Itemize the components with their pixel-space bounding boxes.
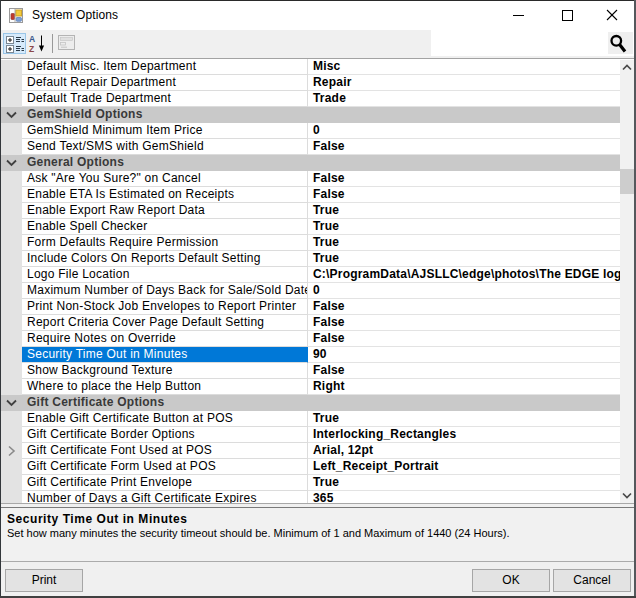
svg-text:Z: Z	[29, 44, 34, 54]
svg-text:A: A	[29, 34, 35, 44]
